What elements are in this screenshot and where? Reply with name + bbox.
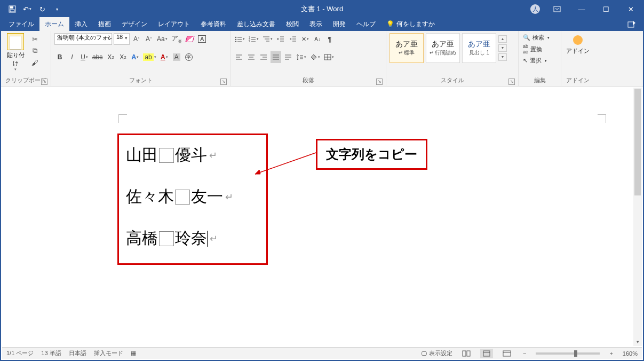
asian-layout-button[interactable]: ✕▾ xyxy=(300,33,311,45)
find-button[interactable]: 🔍検索▾ xyxy=(522,33,551,42)
svg-point-7 xyxy=(235,39,236,40)
align-center-button[interactable] xyxy=(246,51,257,63)
tab-help[interactable]: ヘルプ xyxy=(351,17,381,31)
cut-button[interactable]: ✂ xyxy=(30,34,39,44)
zoom-slider-handle[interactable] xyxy=(574,350,577,357)
word-count[interactable]: 13 単語 xyxy=(41,349,61,357)
shrink-font-button[interactable]: A˅ xyxy=(144,33,154,45)
strikethrough-button[interactable]: abc xyxy=(91,51,104,63)
tab-view[interactable]: 表示 xyxy=(304,17,328,31)
print-layout-button[interactable] xyxy=(480,349,493,358)
display-settings[interactable]: 🖵表示設定 xyxy=(421,349,452,357)
bold-button[interactable]: B xyxy=(54,51,65,63)
align-left-button[interactable] xyxy=(234,51,244,63)
paragraph-launcher[interactable]: ↘ xyxy=(376,79,383,85)
replace-button[interactable]: abac置換 xyxy=(522,43,551,55)
insert-mode[interactable]: 挿入モード xyxy=(94,349,123,357)
subscript-button[interactable]: X2 xyxy=(105,51,116,63)
copy-button[interactable]: ⧉ xyxy=(30,46,39,56)
undo-button[interactable]: ↶▾ xyxy=(20,2,34,16)
tab-references[interactable]: 参考資料 xyxy=(195,17,232,31)
tell-me[interactable]: 💡 何をしますか xyxy=(381,17,440,31)
font-size-combo[interactable]: 18 xyxy=(114,33,130,45)
addin-button[interactable]: アドイン xyxy=(566,47,590,55)
underline-button[interactable]: U▾ xyxy=(79,51,90,63)
align-right-button[interactable] xyxy=(258,51,269,63)
macro-record-icon[interactable]: ▦ xyxy=(131,350,136,357)
style-heading1[interactable]: あア亜 見出し 1 xyxy=(462,33,496,63)
superscript-button[interactable]: X2 xyxy=(117,51,128,63)
ribbon-options-button[interactable] xyxy=(545,1,569,17)
zoom-slider[interactable] xyxy=(536,352,600,355)
styles-launcher[interactable]: ↘ xyxy=(508,79,515,85)
tab-home[interactable]: ホーム xyxy=(39,17,69,31)
tab-file[interactable]: ファイル xyxy=(3,17,39,31)
paste-button[interactable]: 貼り付け ▾ xyxy=(4,33,27,72)
justify-button[interactable] xyxy=(271,51,281,63)
read-mode-button[interactable] xyxy=(460,349,473,358)
tab-developer[interactable]: 開発 xyxy=(328,17,351,31)
group-addins: アドイン アドイン xyxy=(561,31,594,86)
document-area[interactable] xyxy=(2,88,633,346)
tab-insert[interactable]: 挿入 xyxy=(69,17,93,31)
styles-up-button[interactable]: ▴ xyxy=(498,35,507,43)
change-case-button[interactable]: Aa▾ xyxy=(156,33,169,45)
multilevel-list-button[interactable]: ▾ xyxy=(261,33,274,45)
select-button[interactable]: ↖選択▾ xyxy=(522,56,551,65)
zoom-in-button[interactable]: + xyxy=(607,350,615,357)
clear-formatting-button[interactable] xyxy=(185,33,195,45)
highlight-button[interactable]: ab▾ xyxy=(142,51,157,63)
tab-layout[interactable]: レイアウト xyxy=(153,17,195,31)
grow-font-button[interactable]: A˄ xyxy=(131,33,142,45)
font-launcher[interactable]: ↘ xyxy=(220,79,227,85)
tab-draw[interactable]: 描画 xyxy=(93,17,116,31)
page-indicator[interactable]: 1/1 ページ xyxy=(6,349,34,357)
character-border-button[interactable]: A xyxy=(197,33,208,45)
language-indicator[interactable]: 日本語 xyxy=(69,349,86,357)
share-button[interactable] xyxy=(624,17,640,31)
line-spacing-button[interactable]: ▾ xyxy=(295,51,307,63)
character-shading-button[interactable]: A xyxy=(171,51,182,63)
save-button[interactable] xyxy=(5,2,19,16)
phonetic-guide-button[interactable]: ア亜 xyxy=(170,33,183,45)
maximize-button[interactable]: ☐ xyxy=(594,1,618,17)
bullets-button[interactable]: ▾ xyxy=(234,33,246,45)
format-painter-button[interactable]: 🖌 xyxy=(30,58,39,67)
tab-review[interactable]: 校閲 xyxy=(281,17,304,31)
styles-more-button[interactable]: ▾ xyxy=(498,53,507,61)
distributed-button[interactable] xyxy=(283,51,293,63)
close-button[interactable]: ✕ xyxy=(618,1,643,17)
zoom-level[interactable]: 160% xyxy=(623,350,638,357)
redo-button[interactable]: ↻ xyxy=(35,2,49,16)
style-no-spacing[interactable]: あア亜 ↵ 行間詰め xyxy=(426,33,460,63)
numbering-button[interactable]: 123▾ xyxy=(248,33,260,45)
styles-down-button[interactable]: ▾ xyxy=(498,44,507,52)
borders-button[interactable]: ▾ xyxy=(323,51,335,63)
text-effects-button[interactable]: A▾ xyxy=(130,51,140,63)
text-line-1[interactable]: 山田優斗↵ xyxy=(126,144,217,166)
enclose-characters-button[interactable]: 字 xyxy=(184,51,194,63)
vertical-scrollbar[interactable]: ▴ ▾ xyxy=(633,88,642,346)
account-button[interactable]: 人 xyxy=(526,1,545,17)
scroll-thumb[interactable] xyxy=(634,89,641,195)
font-name-combo[interactable]: 游明朝 (本文のフォン xyxy=(54,33,112,45)
clipboard-launcher[interactable]: ↘ xyxy=(41,79,47,85)
style-normal[interactable]: あア亜 ↵ 標準 xyxy=(389,33,424,63)
tab-design[interactable]: デザイン xyxy=(116,17,153,31)
zoom-out-button[interactable]: − xyxy=(521,350,528,357)
decrease-indent-button[interactable] xyxy=(275,33,286,45)
font-color-button[interactable]: A▾ xyxy=(159,51,170,63)
qat-customize-button[interactable]: ▾ xyxy=(50,2,64,16)
scroll-down-button[interactable]: ▾ xyxy=(633,338,642,346)
shading-button[interactable]: ▾ xyxy=(309,51,321,63)
sort-button[interactable]: A↓ xyxy=(312,33,323,45)
show-marks-button[interactable]: ¶ xyxy=(324,33,335,45)
tab-mailings[interactable]: 差し込み文書 xyxy=(232,17,281,31)
web-layout-button[interactable] xyxy=(500,349,513,358)
space-mark xyxy=(175,190,190,205)
text-line-3[interactable]: 高橋玲奈↵ xyxy=(126,227,218,249)
minimize-button[interactable]: — xyxy=(569,1,594,17)
italic-button[interactable]: I xyxy=(67,51,77,63)
increase-indent-button[interactable] xyxy=(288,33,298,45)
text-line-2[interactable]: 佐々木友一↵ xyxy=(126,186,233,208)
